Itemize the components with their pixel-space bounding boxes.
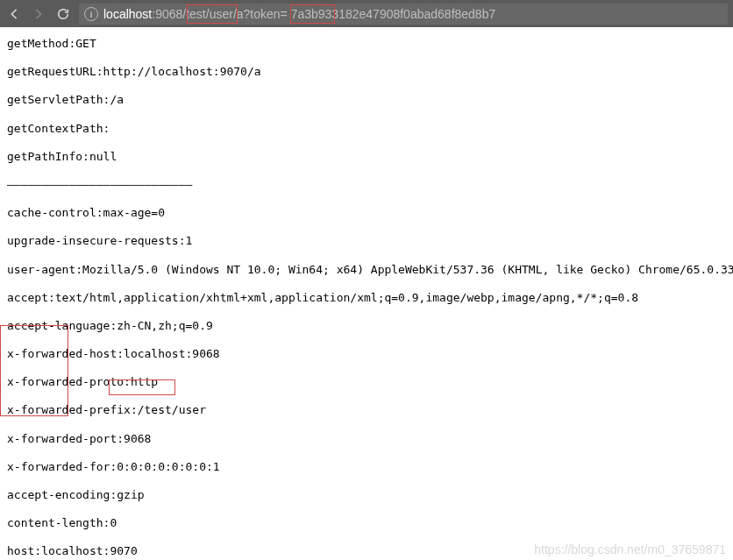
url-token: 7a3b933182e47908f0abad68f8ed8b7 xyxy=(288,7,495,21)
divider-line: ——————————————————————————— xyxy=(7,177,726,193)
reload-button[interactable] xyxy=(54,4,72,25)
forward-button[interactable] xyxy=(30,4,47,25)
arrow-right-icon xyxy=(32,7,46,21)
response-line: user-agent:Mozilla/5.0 (Windows NT 10.0;… xyxy=(7,262,726,278)
response-line: accept-language:zh-CN,zh;q=0.9 xyxy=(7,318,726,334)
response-line: x-forwarded-for:0:0:0:0:0:0:0:1 xyxy=(7,459,726,475)
response-line: getMethod:GET xyxy=(7,36,726,52)
watermark: https://blog.csdn.net/m0_37659871 xyxy=(534,542,726,556)
reload-icon xyxy=(56,7,70,21)
page-content: getMethod:GET getRequestURL:http://local… xyxy=(0,27,733,560)
response-line: getPathInfo:null xyxy=(7,149,726,165)
response-line: getServletPath:/a xyxy=(7,92,726,108)
response-line: getRequestURL:http://localhost:9070/a xyxy=(7,64,726,80)
response-line: x-forwarded-port:9068 xyxy=(7,431,726,447)
back-button[interactable] xyxy=(5,4,23,25)
browser-toolbar: i localhost:9068/test/user/a?token= 7a3b… xyxy=(0,0,733,27)
response-line: accept:text/html,application/xhtml+xml,a… xyxy=(7,290,726,306)
site-info-icon[interactable]: i xyxy=(84,7,98,21)
response-line: cache-control:max-age=0 xyxy=(7,205,726,221)
response-line: content-length:0 xyxy=(7,515,726,531)
response-line: x-forwarded-prefix:/test/user xyxy=(7,402,726,418)
response-line: x-forwarded-host:localhost:9068 xyxy=(7,346,726,362)
response-line: getContextPath: xyxy=(7,121,726,137)
response-line: accept-encoding:gzip xyxy=(7,487,726,503)
url-path: :9068/test/user/a?token= xyxy=(152,7,288,21)
url-text: localhost:9068/test/user/a?token= 7a3b93… xyxy=(103,7,495,21)
arrow-left-icon xyxy=(7,7,21,21)
response-line: x-forwarded-proto:http xyxy=(7,374,726,390)
url-host: localhost xyxy=(103,7,152,21)
address-bar[interactable]: i localhost:9068/test/user/a?token= 7a3b… xyxy=(79,4,728,25)
response-line: upgrade-insecure-requests:1 xyxy=(7,233,726,249)
